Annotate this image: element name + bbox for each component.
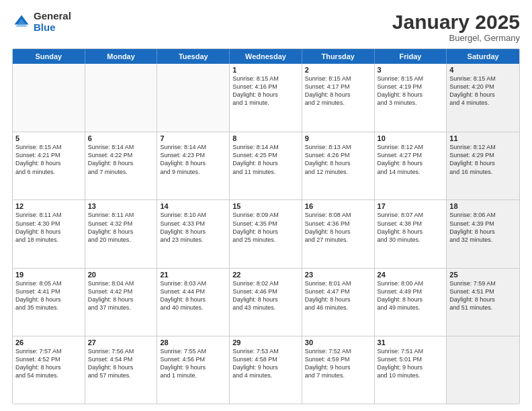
day-number: 14: [160, 202, 226, 210]
day-number: 19: [15, 271, 82, 279]
location-label: Buergel, Germany: [392, 33, 520, 43]
day-info: Sunrise: 8:15 AM Sunset: 4:19 PM Dayligh…: [378, 75, 444, 107]
calendar-cell: 14Sunrise: 8:10 AM Sunset: 4:33 PM Dayli…: [157, 200, 230, 267]
day-number: 6: [88, 134, 154, 142]
calendar-body: 1Sunrise: 8:15 AM Sunset: 4:16 PM Daylig…: [13, 64, 519, 404]
day-info: Sunrise: 8:14 AM Sunset: 4:25 PM Dayligh…: [232, 143, 299, 176]
calendar-cell: 29Sunrise: 7:53 AM Sunset: 4:58 PM Dayli…: [230, 336, 302, 404]
calendar-cell: 17Sunrise: 8:07 AM Sunset: 4:38 PM Dayli…: [375, 200, 447, 267]
calendar-cell: 2Sunrise: 8:15 AM Sunset: 4:17 PM Daylig…: [302, 64, 375, 132]
day-number: 5: [15, 134, 82, 142]
day-info: Sunrise: 8:15 AM Sunset: 4:21 PM Dayligh…: [15, 143, 82, 176]
calendar-cell: 8Sunrise: 8:14 AM Sunset: 4:25 PM Daylig…: [230, 132, 302, 199]
day-info: Sunrise: 8:10 AM Sunset: 4:33 PM Dayligh…: [160, 211, 226, 244]
day-number: 21: [160, 271, 226, 279]
logo-blue-label: Blue: [34, 22, 71, 34]
day-info: Sunrise: 8:13 AM Sunset: 4:26 PM Dayligh…: [305, 143, 371, 176]
day-info: Sunrise: 8:08 AM Sunset: 4:36 PM Dayligh…: [305, 211, 371, 244]
calendar-cell: 9Sunrise: 8:13 AM Sunset: 4:26 PM Daylig…: [302, 132, 375, 199]
day-info: Sunrise: 7:51 AM Sunset: 5:01 PM Dayligh…: [378, 347, 444, 380]
day-number: 23: [305, 271, 371, 279]
calendar-cell: 11Sunrise: 8:12 AM Sunset: 4:29 PM Dayli…: [447, 132, 519, 199]
calendar-cell: 23Sunrise: 8:01 AM Sunset: 4:47 PM Dayli…: [302, 269, 375, 336]
calendar-cell: 24Sunrise: 8:00 AM Sunset: 4:49 PM Dayli…: [375, 269, 447, 336]
calendar-cell: 21Sunrise: 8:03 AM Sunset: 4:44 PM Dayli…: [157, 269, 230, 336]
calendar-cell: [157, 64, 230, 132]
header-day-thursday: Thursday: [302, 49, 375, 64]
day-info: Sunrise: 7:55 AM Sunset: 4:56 PM Dayligh…: [160, 347, 226, 380]
calendar-cell: 5Sunrise: 8:15 AM Sunset: 4:21 PM Daylig…: [13, 132, 85, 199]
calendar-row-4: 26Sunrise: 7:57 AM Sunset: 4:52 PM Dayli…: [13, 336, 519, 404]
day-number: 9: [305, 134, 371, 142]
calendar-cell: 4Sunrise: 8:15 AM Sunset: 4:20 PM Daylig…: [447, 64, 519, 132]
day-number: 3: [378, 66, 444, 74]
day-number: 25: [449, 271, 517, 279]
logo-general-label: General: [34, 11, 71, 22]
day-info: Sunrise: 8:06 AM Sunset: 4:39 PM Dayligh…: [449, 211, 517, 244]
calendar-row-3: 19Sunrise: 8:05 AM Sunset: 4:41 PM Dayli…: [13, 268, 519, 336]
day-number: 29: [232, 338, 299, 347]
calendar-row-2: 12Sunrise: 8:11 AM Sunset: 4:30 PM Dayli…: [13, 199, 519, 267]
day-number: 4: [449, 66, 517, 74]
day-number: 24: [378, 271, 444, 279]
day-number: 12: [15, 202, 82, 210]
day-number: 31: [378, 338, 444, 347]
header-day-saturday: Saturday: [447, 49, 519, 64]
day-info: Sunrise: 8:15 AM Sunset: 4:16 PM Dayligh…: [232, 75, 299, 107]
day-number: 17: [378, 202, 444, 210]
logo-icon: [12, 13, 31, 32]
calendar-cell: 19Sunrise: 8:05 AM Sunset: 4:41 PM Dayli…: [13, 269, 85, 336]
day-number: 20: [88, 271, 154, 279]
day-number: 11: [449, 134, 517, 142]
calendar-cell: [447, 336, 519, 404]
header-day-friday: Friday: [375, 49, 447, 64]
day-info: Sunrise: 8:03 AM Sunset: 4:44 PM Dayligh…: [160, 279, 226, 312]
day-number: 8: [232, 134, 299, 142]
day-info: Sunrise: 7:52 AM Sunset: 4:59 PM Dayligh…: [305, 347, 371, 380]
calendar-cell: 1Sunrise: 8:15 AM Sunset: 4:16 PM Daylig…: [230, 64, 302, 132]
day-number: 26: [15, 338, 82, 347]
logo: General Blue: [12, 11, 71, 33]
calendar-cell: 12Sunrise: 8:11 AM Sunset: 4:30 PM Dayli…: [13, 200, 85, 267]
day-number: 1: [232, 66, 299, 74]
calendar-cell: 28Sunrise: 7:55 AM Sunset: 4:56 PM Dayli…: [157, 336, 230, 404]
calendar-cell: 13Sunrise: 8:11 AM Sunset: 4:32 PM Dayli…: [85, 200, 158, 267]
day-info: Sunrise: 8:09 AM Sunset: 4:35 PM Dayligh…: [232, 211, 299, 244]
day-info: Sunrise: 8:05 AM Sunset: 4:41 PM Dayligh…: [15, 279, 82, 312]
calendar-row-1: 5Sunrise: 8:15 AM Sunset: 4:21 PM Daylig…: [13, 132, 519, 199]
header: General Blue January 2025 Buergel, Germa…: [12, 11, 520, 43]
day-number: 10: [378, 134, 444, 142]
calendar-cell: 25Sunrise: 7:59 AM Sunset: 4:51 PM Dayli…: [447, 269, 519, 336]
calendar-cell: 3Sunrise: 8:15 AM Sunset: 4:19 PM Daylig…: [375, 64, 447, 132]
day-info: Sunrise: 7:59 AM Sunset: 4:51 PM Dayligh…: [449, 279, 517, 312]
calendar-cell: 10Sunrise: 8:12 AM Sunset: 4:27 PM Dayli…: [375, 132, 447, 199]
calendar-row-0: 1Sunrise: 8:15 AM Sunset: 4:16 PM Daylig…: [13, 64, 519, 132]
calendar-cell: 26Sunrise: 7:57 AM Sunset: 4:52 PM Dayli…: [13, 336, 85, 404]
day-info: Sunrise: 7:57 AM Sunset: 4:52 PM Dayligh…: [15, 347, 82, 380]
day-info: Sunrise: 8:14 AM Sunset: 4:22 PM Dayligh…: [88, 143, 154, 176]
day-number: 16: [305, 202, 371, 210]
calendar-cell: 15Sunrise: 8:09 AM Sunset: 4:35 PM Dayli…: [230, 200, 302, 267]
day-number: 30: [305, 338, 371, 347]
calendar-cell: 7Sunrise: 8:14 AM Sunset: 4:23 PM Daylig…: [157, 132, 230, 199]
day-info: Sunrise: 8:14 AM Sunset: 4:23 PM Dayligh…: [160, 143, 226, 176]
day-number: 2: [305, 66, 371, 74]
day-number: 7: [160, 134, 226, 142]
day-info: Sunrise: 7:56 AM Sunset: 4:54 PM Dayligh…: [88, 347, 154, 380]
day-number: 18: [449, 202, 517, 210]
logo-text: General Blue: [34, 11, 71, 33]
page: General Blue January 2025 Buergel, Germa…: [0, 0, 532, 411]
day-info: Sunrise: 8:12 AM Sunset: 4:27 PM Dayligh…: [378, 143, 444, 176]
header-day-monday: Monday: [85, 49, 158, 64]
calendar-cell: 27Sunrise: 7:56 AM Sunset: 4:54 PM Dayli…: [85, 336, 158, 404]
day-number: 22: [232, 271, 299, 279]
day-info: Sunrise: 8:01 AM Sunset: 4:47 PM Dayligh…: [305, 279, 371, 312]
day-info: Sunrise: 8:02 AM Sunset: 4:46 PM Dayligh…: [232, 279, 299, 312]
day-number: 13: [88, 202, 154, 210]
day-number: 15: [232, 202, 299, 210]
title-block: January 2025 Buergel, Germany: [392, 11, 520, 43]
header-day-sunday: Sunday: [13, 49, 85, 64]
day-info: Sunrise: 8:15 AM Sunset: 4:20 PM Dayligh…: [449, 75, 517, 107]
calendar-cell: [85, 64, 158, 132]
month-title: January 2025: [392, 11, 520, 33]
